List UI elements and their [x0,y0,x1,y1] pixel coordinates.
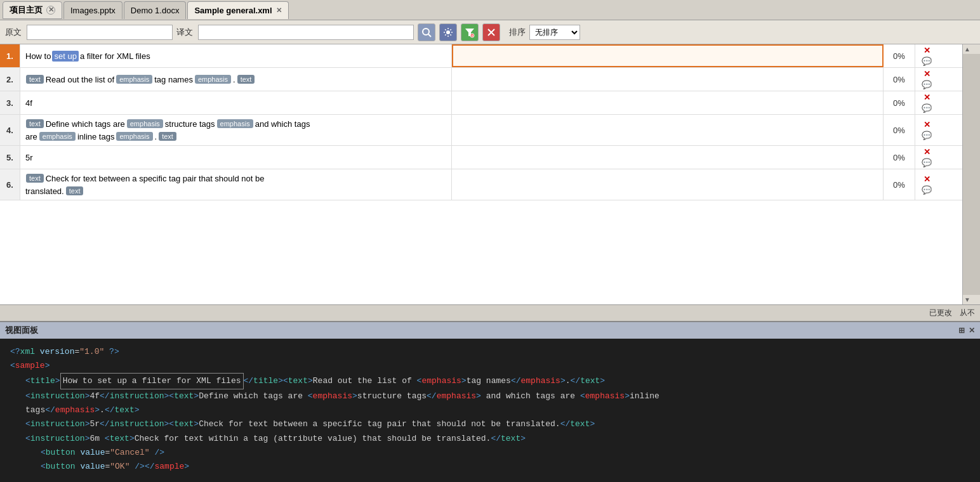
segment-number-4: 4. [0,115,20,145]
segment-pct-3: 0% [884,91,915,114]
src-text-3: 4f [25,98,32,108]
comment-icon-4[interactable]: 💬 [922,131,932,140]
segment-target-4[interactable] [452,115,884,145]
segment-target-5[interactable] [452,146,884,169]
changed-label: 已更改 [929,308,952,318]
tag-emphasis-2a: emphasis [116,75,152,84]
delete-icon-4[interactable]: ✕ [924,120,930,129]
delete-icon-1[interactable]: ✕ [924,46,930,55]
src-text-6b: translated. [25,186,64,196]
xml-line-7: <instruction>6m <text>Check for text wit… [10,432,970,446]
segment-number-2: 2. [0,68,20,91]
segment-number-1: 1. [0,44,20,67]
comment-icon-3[interactable]: 💬 [922,103,932,113]
search-icon [421,27,432,38]
table-row: 2. text Read out the list of emphasis ta… [0,68,962,91]
comment-icon-2[interactable]: 💬 [922,80,932,89]
xml-line-9: <button value="OK" /></sample> [10,460,970,474]
view-panel-dock-icon[interactable]: ⊞ [958,326,965,335]
comment-icon-1[interactable]: 💬 [922,56,932,66]
target-label: 译文 [176,27,193,38]
sort-select[interactable]: 无排序 [529,25,580,40]
segment-source-2[interactable]: text Read out the list of emphasis tag n… [20,68,452,91]
target-input[interactable] [198,25,414,40]
segment-pct-4: 0% [884,115,915,145]
svg-point-2 [446,30,450,34]
segment-actions-4: ✕ 💬 [915,115,938,145]
comment-icon-5[interactable]: 💬 [922,158,932,167]
source-input[interactable] [27,25,173,40]
segment-pct-5: 0% [884,146,915,169]
svg-text:+: + [471,34,473,38]
segment-source-5[interactable]: 5r [20,146,452,169]
home-tab-label: 项目主页 [10,4,43,16]
delete-icon-6[interactable]: ✕ [924,174,930,184]
search-button[interactable] [418,23,435,41]
segment-actions-3: ✕ 💬 [915,91,938,114]
tag-emphasis-4b: emphasis [217,119,253,128]
segment-actions-6: ✕ 💬 [915,169,938,200]
segment-target-3[interactable] [452,91,884,114]
segment-source-1[interactable]: How to set up a filter for XML files [20,44,452,67]
src-text-4a: Define which tags are [46,119,125,129]
file1-tab-label: Images.pptx [70,6,116,15]
view-panel-content: <?xml version="1.0" ?> <sample> <title>H… [0,339,980,482]
main-area: 1. How to set up a filter for XML files … [0,44,980,304]
xml-line-8: <button value="Cancel" /> [10,446,970,460]
view-panel-icons: ⊞ ✕ [958,326,975,335]
from-label: 从不 [960,308,975,318]
svg-point-0 [423,29,429,35]
home-tab-close[interactable]: ✕ [46,6,55,15]
view-panel-header: 视图面板 ⊞ ✕ [0,321,980,339]
segment-source-3[interactable]: 4f [20,91,452,114]
src-text-4e: inline tags [77,132,115,141]
src-period-4: . [155,132,157,141]
tab-file3[interactable]: Sample general.xml ✕ [187,1,288,19]
segment-target-6[interactable] [452,169,884,200]
right-sidebar: ▲ ▼ [962,44,980,304]
segment-pct-2: 0% [884,68,915,91]
src-text-5: 5r [25,153,33,162]
delete-icon-2[interactable]: ✕ [924,69,930,79]
segment-target-1[interactable] [452,44,884,67]
segment-source-4[interactable]: text Define which tags are emphasis stru… [20,115,452,145]
gear-icon [442,27,454,38]
settings-button[interactable] [439,23,457,41]
tag-text-4b: text [159,132,176,141]
src-text-2a: Read out the list of [46,75,114,84]
filter-button[interactable]: + [461,23,479,41]
xml-line-4: <instruction>4f</instruction><text>Defin… [10,389,970,403]
view-panel-pin-icon[interactable]: ✕ [969,326,975,335]
tab-file1[interactable]: Images.pptx [63,1,122,19]
tab-file2[interactable]: Demo 1.docx [124,1,187,19]
scroll-down-arrow[interactable]: ▼ [963,295,980,304]
tab-home[interactable]: 项目主页 ✕ [3,1,62,19]
sort-label: 排序 [509,27,526,38]
source-line2-4: are emphasis inline tags emphasis . text [25,131,177,141]
filter-icon: + [464,27,475,38]
tag-emphasis-2b: emphasis [195,75,231,84]
scroll-up-arrow[interactable]: ▲ [963,44,980,54]
tag-emphasis-4c: emphasis [39,132,76,141]
segment-source-6[interactable]: text Check for text between a specific t… [20,169,452,200]
svg-line-1 [428,34,431,37]
segment-actions-1: ✕ 💬 [915,44,938,67]
segment-target-2[interactable] [452,68,884,91]
tag-text-6a: text [26,174,44,183]
file3-tab-label: Sample general.xml [194,6,272,15]
table-row: 6. text Check for text between a specifi… [0,169,962,200]
src-text-4b: structure tags [165,119,215,129]
source-line1-6: text Check for text between a specific t… [25,173,264,183]
toolbar: 原文 译文 + 排序 无排序 [0,20,980,44]
tag-text-4a: text [26,119,44,128]
delete-icon-3[interactable]: ✕ [924,93,930,102]
xml-line-6: <instruction>5r</instruction><text>Check… [10,417,970,431]
segment-pct-6: 0% [884,169,915,200]
comment-icon-6[interactable]: 💬 [922,185,932,195]
table-row: 5. 5r 0% ✕ 💬 [0,146,962,169]
delete-icon-5[interactable]: ✕ [924,147,930,157]
segments-area: 1. How to set up a filter for XML files … [0,44,962,304]
segment-actions-2: ✕ 💬 [915,68,938,91]
file3-tab-close[interactable]: ✕ [276,6,282,15]
clear-button[interactable] [482,23,500,41]
